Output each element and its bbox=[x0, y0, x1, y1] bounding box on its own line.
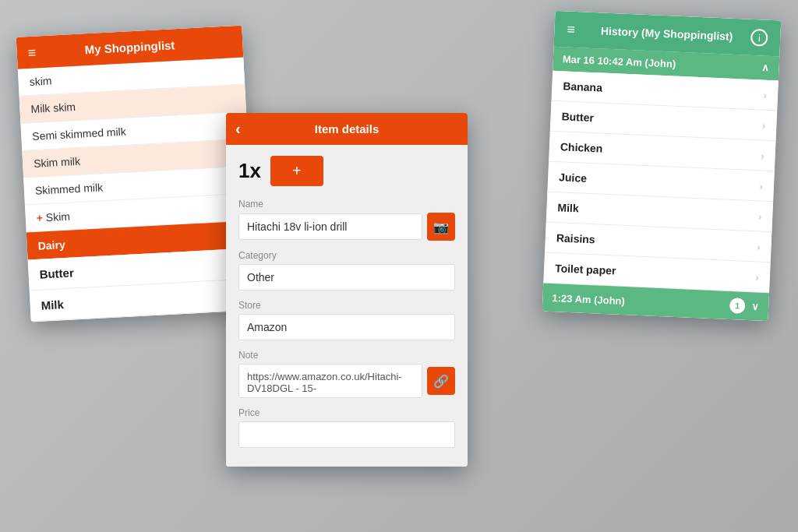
details-header: ‹ Item details bbox=[226, 113, 468, 145]
chicken-label: Chicken bbox=[560, 140, 603, 154]
note-field-row: https://www.amazon.co.uk/Hitachi-DV18DGL… bbox=[238, 364, 455, 398]
add-prefix: + bbox=[36, 211, 46, 224]
history-butter-label: Butter bbox=[561, 110, 594, 124]
footer-right: 1 ∨ bbox=[729, 298, 760, 315]
name-input[interactable]: Hitachi 18v li-ion drill bbox=[238, 213, 422, 240]
quantity-value: 1x bbox=[238, 159, 261, 183]
history-badge: 1 bbox=[729, 298, 746, 314]
dairy-label: Dairy bbox=[37, 238, 65, 252]
name-label: Name bbox=[238, 199, 455, 210]
history-title: History (My Shoppinglist) bbox=[583, 23, 751, 43]
quantity-plus-button[interactable]: + bbox=[270, 156, 323, 186]
history-footer-label: 1:23 Am (John) bbox=[552, 292, 625, 307]
history-butter-chevron: › bbox=[762, 119, 766, 131]
shopping-title: My Shoppinglist bbox=[84, 38, 175, 56]
camera-icon: 📷 bbox=[433, 220, 449, 234]
category-field-group: Category Other bbox=[238, 250, 455, 291]
category-input[interactable]: Other bbox=[238, 264, 455, 291]
quantity-row: 1x + bbox=[238, 156, 455, 186]
banana-chevron: › bbox=[763, 89, 767, 100]
name-field-group: Name Hitachi 18v li-ion drill 📷 bbox=[238, 199, 455, 241]
info-icon[interactable]: i bbox=[750, 29, 768, 47]
toilet-paper-chevron: › bbox=[755, 271, 759, 283]
name-field-row: Hitachi 18v li-ion drill 📷 bbox=[238, 213, 455, 241]
price-input[interactable] bbox=[238, 421, 455, 448]
history-section-label: Mar 16 10:42 Am (John) bbox=[563, 53, 676, 69]
store-input[interactable]: Amazon bbox=[238, 314, 455, 340]
camera-button[interactable]: 📷 bbox=[427, 213, 455, 241]
price-field-group: Price bbox=[238, 407, 455, 448]
history-milk-label: Milk bbox=[557, 201, 579, 214]
back-button[interactable]: ‹ bbox=[235, 120, 241, 138]
link-icon: 🔗 bbox=[433, 374, 449, 389]
history-section-chevron[interactable]: ∧ bbox=[761, 62, 770, 73]
raisins-label: Raisins bbox=[556, 231, 595, 245]
history-menu-icon[interactable]: ≡ bbox=[567, 21, 575, 37]
store-field-group: Store Amazon bbox=[238, 300, 455, 340]
milk-label: Milk bbox=[41, 298, 64, 312]
history-milk-chevron: › bbox=[758, 210, 762, 222]
search-results: skim Milk skim Semi skimmed milk Skim mi… bbox=[18, 58, 252, 233]
note-label: Note bbox=[238, 350, 455, 361]
shopping-list-card: ≡ My Shoppinglist skim Milk skim Semi sk… bbox=[16, 26, 257, 322]
raisins-chevron: › bbox=[757, 241, 761, 252]
chicken-chevron: › bbox=[761, 150, 764, 161]
note-input[interactable]: https://www.amazon.co.uk/Hitachi-DV18DGL… bbox=[238, 364, 422, 398]
link-button[interactable]: 🔗 bbox=[427, 367, 455, 395]
note-field-group: Note https://www.amazon.co.uk/Hitachi-DV… bbox=[238, 350, 455, 398]
item-details-card: ‹ Item details 1x + Name Hitachi 18v li-… bbox=[226, 113, 468, 467]
store-label: Store bbox=[238, 300, 455, 311]
details-body: 1x + Name Hitachi 18v li-ion drill 📷 Cat… bbox=[226, 145, 468, 467]
details-title: Item details bbox=[315, 122, 380, 136]
toilet-paper-label: Toilet paper bbox=[555, 262, 616, 277]
juice-label: Juice bbox=[559, 171, 587, 185]
price-label: Price bbox=[238, 407, 455, 418]
banana-label: Banana bbox=[563, 79, 602, 93]
footer-chevron[interactable]: ∨ bbox=[751, 301, 760, 312]
butter-label: Butter bbox=[39, 266, 74, 280]
history-card: ≡ History (My Shoppinglist) i Mar 16 10:… bbox=[542, 11, 782, 321]
category-label: Category bbox=[238, 250, 455, 261]
juice-chevron: › bbox=[759, 180, 763, 192]
menu-icon[interactable]: ≡ bbox=[27, 45, 36, 60]
